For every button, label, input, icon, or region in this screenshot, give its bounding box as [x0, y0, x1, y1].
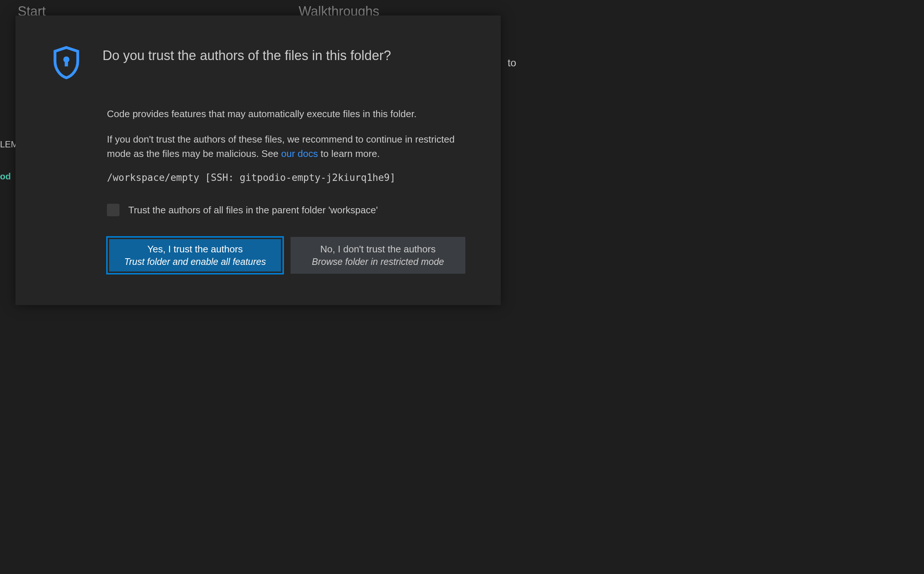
trust-button-subtitle: Trust folder and enable all features	[117, 256, 274, 267]
bg-left-fragment-2: od	[0, 171, 11, 181]
dialog-paragraph-2-before: If you don't trust the authors of these …	[107, 134, 455, 159]
trust-button[interactable]: Yes, I trust the authors Trust folder an…	[107, 237, 283, 274]
dont-trust-button[interactable]: No, I don't trust the authors Browse fol…	[291, 237, 465, 274]
dialog-body: Code provides features that may automati…	[51, 107, 465, 274]
bg-right-fragment: to	[508, 57, 516, 69]
dialog-paragraph-2: If you don't trust the authors of these …	[107, 132, 465, 161]
shield-lock-icon	[51, 45, 82, 80]
dialog-header: Do you trust the authors of the files in…	[51, 45, 465, 80]
dont-trust-button-subtitle: Browse folder in restricted mode	[299, 256, 456, 267]
dont-trust-button-title: No, I don't trust the authors	[299, 243, 456, 255]
svg-rect-1	[65, 60, 68, 66]
docs-link[interactable]: our docs	[281, 148, 318, 159]
dialog-buttons: Yes, I trust the authors Trust folder an…	[107, 237, 465, 274]
workspace-path: /workspace/empty [SSH: gitpodio-empty-j2…	[107, 172, 465, 183]
dialog-paragraph-1: Code provides features that may automati…	[107, 107, 465, 121]
trust-parent-checkbox-row[interactable]: Trust the authors of all files in the pa…	[107, 204, 465, 216]
trust-parent-checkbox-label: Trust the authors of all files in the pa…	[128, 205, 378, 216]
trust-dialog: Do you trust the authors of the files in…	[16, 16, 501, 305]
trust-parent-checkbox[interactable]	[107, 204, 119, 216]
dialog-title: Do you trust the authors of the files in…	[103, 45, 391, 65]
trust-button-title: Yes, I trust the authors	[117, 243, 274, 255]
dialog-paragraph-2-after: to learn more.	[318, 148, 380, 159]
